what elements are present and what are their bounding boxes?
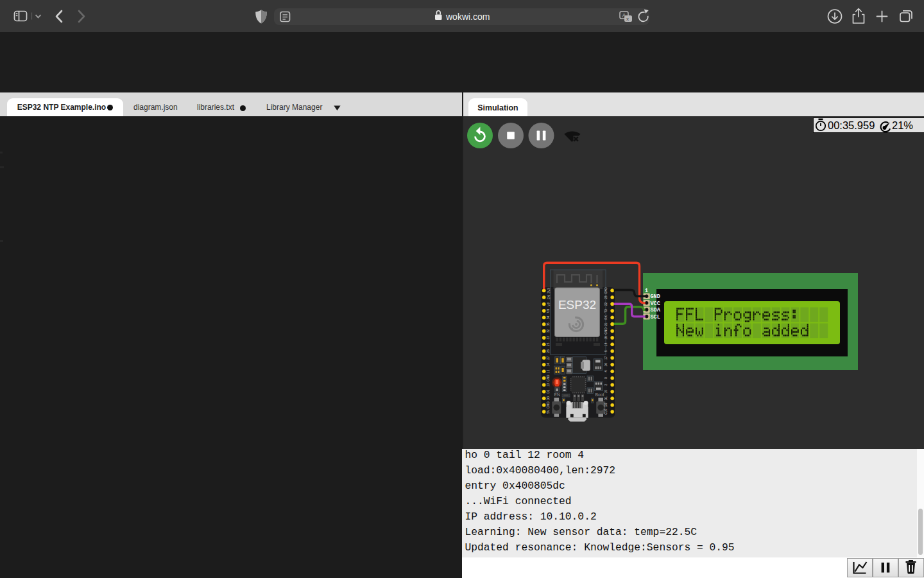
svg-text:0: 0: [604, 377, 608, 379]
svg-text:22: 22: [604, 302, 608, 306]
svg-text:32: 32: [547, 329, 551, 333]
svg-text:GND: GND: [547, 374, 551, 381]
svg-text:19: 19: [604, 336, 608, 340]
svg-text:x: x: [626, 16, 629, 22]
svg-text:15: 15: [604, 390, 608, 394]
svg-text:D1: D1: [604, 396, 608, 400]
svg-text:GND: GND: [604, 328, 608, 335]
svg-text:VP: VP: [547, 302, 551, 306]
svg-text:17: 17: [604, 356, 608, 360]
svg-text:VCC: VCC: [650, 301, 660, 307]
svg-text:D2: D2: [547, 389, 551, 393]
svg-text:18: 18: [604, 342, 608, 346]
svg-text:2: 2: [604, 384, 608, 386]
svg-text:Boot: Boot: [595, 392, 604, 397]
svg-text:26: 26: [547, 349, 551, 353]
svg-text:21: 21: [604, 322, 608, 326]
svg-text:3V3: 3V3: [547, 288, 551, 293]
svg-text:27: 27: [547, 356, 551, 360]
svg-text:CLK: CLK: [604, 408, 608, 415]
svg-text:14: 14: [547, 363, 551, 367]
svg-text:D3: D3: [547, 396, 551, 400]
svg-text:EN: EN: [547, 295, 551, 300]
svg-text:34: 34: [547, 315, 551, 319]
svg-text:23: 23: [604, 295, 608, 299]
svg-text:VN: VN: [547, 309, 551, 313]
svg-text:1: 1: [645, 288, 649, 294]
svg-text:SDA: SDA: [650, 307, 660, 313]
svg-text:GND: GND: [650, 293, 660, 300]
svg-text:EN: EN: [554, 392, 561, 397]
svg-text:ESP32: ESP32: [558, 298, 596, 311]
svg-text:25: 25: [547, 342, 551, 346]
svg-text:16: 16: [604, 363, 608, 367]
svg-text:CMD: CMD: [547, 401, 551, 408]
svg-text:5V: 5V: [547, 409, 551, 414]
svg-text:35: 35: [547, 322, 551, 326]
svg-text:13: 13: [547, 383, 551, 387]
svg-text:TX: TX: [604, 308, 608, 313]
svg-text:4: 4: [604, 371, 608, 372]
svg-text:D0: D0: [604, 403, 608, 407]
svg-text:5: 5: [604, 350, 608, 352]
svg-text:GND: GND: [604, 287, 608, 294]
svg-text:RX: RX: [604, 315, 608, 319]
svg-text:12: 12: [547, 369, 551, 373]
svg-text:33: 33: [547, 336, 551, 340]
svg-text:SCL: SCL: [650, 314, 660, 320]
